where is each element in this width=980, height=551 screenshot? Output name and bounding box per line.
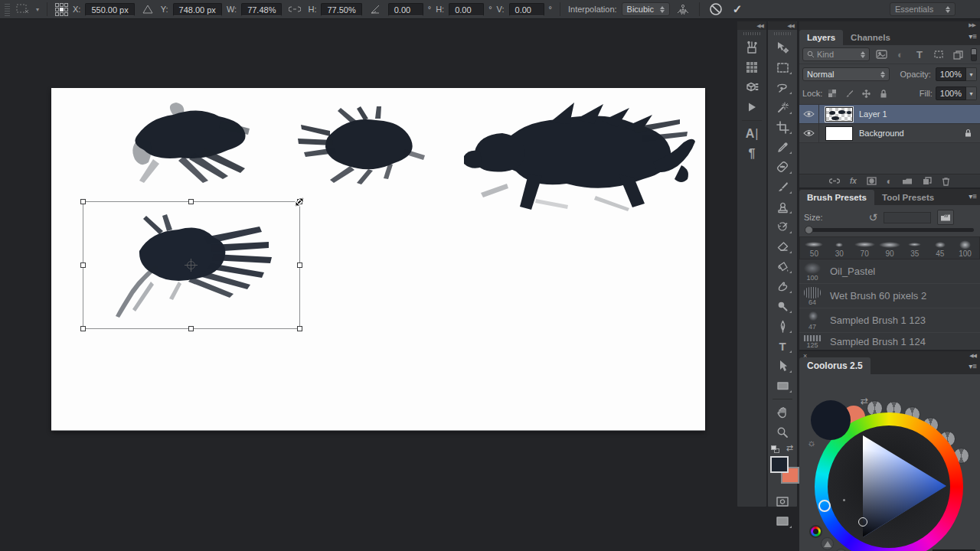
rotate-icon[interactable] [367,2,384,17]
move-tool[interactable] [773,39,792,56]
brush-presets-panel-icon[interactable] [742,39,762,56]
opacity-value[interactable]: 100% [936,67,966,81]
strip-collapse-icon[interactable]: ◀◀ [737,21,766,30]
layers-panel-menu-icon[interactable]: ▾≡ [969,32,977,41]
tab-brush-presets[interactable]: Brush Presets [799,190,874,205]
workspace-switcher[interactable]: Essentials [890,2,956,16]
free-transform-bounding-box[interactable] [83,201,300,329]
transform-handle-se[interactable] [297,326,302,331]
options-bar-grip[interactable] [5,3,10,16]
new-layer-icon[interactable] [923,177,932,185]
brush-preset-50[interactable]: 50 [802,240,827,258]
toolbar-collapse-icon[interactable]: ◀◀ [768,21,797,30]
fill-dropdown-icon[interactable]: ▾ [966,86,977,100]
hue-ring-selector[interactable] [818,500,831,512]
brush-preset-90[interactable]: 90 [877,240,903,258]
screen-mode-icon[interactable] [773,513,792,530]
layer1-name[interactable]: Layer 1 [859,109,887,119]
foreground-color-swatch[interactable] [770,456,789,473]
hand-tool[interactable] [773,404,792,421]
brush-row-oil-pastel[interactable]: 100 Oil_Pastel [799,259,980,284]
filter-pixel-layers-icon[interactable] [874,47,889,61]
background-name[interactable]: Background [859,129,904,138]
commit-transform-icon[interactable]: ✓ [729,2,746,17]
filter-shape-layers-icon[interactable] [931,47,946,61]
paragraph-panel-icon[interactable]: ¶ [742,145,762,162]
eraser-tool[interactable] [773,238,792,255]
smudge-tool[interactable] [773,278,792,295]
3d-panel-icon[interactable] [742,79,762,96]
new-adjustment-layer-icon[interactable]: ◐ [887,176,892,187]
size-slider[interactable] [805,228,974,232]
layer1-visibility-toggle[interactable] [799,105,819,123]
tool-preset-caret[interactable]: ▾ [36,6,39,13]
document-canvas[interactable] [51,88,705,430]
strip-grip[interactable] [743,32,760,35]
x-position-field[interactable]: 550.00 px [85,3,134,16]
transform-reference-point[interactable] [187,261,195,269]
history-brush-tool[interactable] [773,218,792,235]
zoom-tool[interactable] [773,424,792,441]
delta-icon[interactable] [139,2,156,17]
filter-type-layers-icon[interactable]: T [912,47,927,61]
rotate-field[interactable]: 0.00 [388,3,423,16]
toolbar-grip[interactable] [774,32,791,35]
undo-size-icon[interactable]: ↺ [868,211,877,223]
warp-mode-icon[interactable] [675,2,691,17]
filter-smart-objects-icon[interactable] [950,47,965,61]
add-mask-icon[interactable] [867,177,877,185]
layer-style-icon[interactable]: fx [850,177,857,185]
clone-stamp-tool[interactable] [773,198,792,215]
transform-handle-nw[interactable] [80,199,86,204]
brush-row-sampled-1[interactable]: 47 Sampled Brush 1 123 [799,308,980,333]
transform-handle-n[interactable] [188,199,194,204]
brush-tool[interactable] [773,178,792,195]
brush-panel-menu-icon[interactable]: ▾≡ [969,192,977,201]
reference-point-locator[interactable] [55,3,68,16]
layer1-thumbnail[interactable] [825,107,853,122]
hskew-field[interactable]: 0.00 [449,3,484,16]
lock-all-icon[interactable] [877,86,890,100]
delete-layer-icon[interactable] [942,177,950,186]
healing-brush-tool[interactable] [773,158,792,175]
size-input[interactable] [884,212,931,223]
coolorus-foreground-color[interactable] [811,400,851,440]
tab-layers[interactable]: Layers [799,30,843,45]
type-tool[interactable]: T [773,337,792,354]
brush-preset-100[interactable]: 100 [952,240,978,258]
brush-row-wet-brush[interactable]: 64 Wet Brush 60 pixels 2 [799,284,980,308]
transform-handle-s[interactable] [188,326,194,331]
filter-toggle[interactable] [971,48,977,61]
tab-channels[interactable]: Channels [843,30,898,45]
lock-position-icon[interactable] [860,86,874,100]
marquee-tool[interactable] [773,59,792,76]
link-dimensions-icon[interactable] [286,2,303,17]
transform-handle-e[interactable] [297,262,302,268]
opacity-dropdown-icon[interactable]: ▾ [966,67,977,81]
y-position-field[interactable]: 748.00 px [173,3,222,16]
layer-row-background[interactable]: Background [799,124,980,143]
magic-wand-tool[interactable] [773,99,792,116]
sv-triangle-selector[interactable] [858,517,867,527]
size-slider-thumb[interactable] [805,226,813,234]
coolorus-panel-menu-icon[interactable]: ▾≡ [969,362,977,370]
swatches-panel-icon[interactable] [742,59,762,76]
quick-mask-icon[interactable] [773,493,792,510]
layer-filter-select[interactable]: Kind [802,47,870,61]
coolorus-collapse-icon[interactable]: ◀◀ [969,353,976,359]
coolorus-triangle-mode-button[interactable] [821,537,834,550]
transform-handle-sw[interactable] [80,326,86,331]
vskew-field[interactable]: 0.00 [509,3,544,16]
lock-pixels-icon[interactable] [842,86,856,100]
brush-preset-35[interactable]: 35 [902,240,927,258]
swap-colors-icon[interactable]: ⇄ [786,443,793,453]
width-field[interactable]: 77.48% [241,3,282,16]
default-colors-icon[interactable] [771,445,779,453]
actions-panel-icon[interactable] [742,99,762,116]
filter-adjustment-layers-icon[interactable]: ◐ [893,47,908,61]
brush-preset-45[interactable]: 45 [927,240,952,258]
crop-tool[interactable] [773,119,792,135]
gradient-tool[interactable] [773,258,792,275]
background-visibility-toggle[interactable] [799,124,819,142]
open-preset-manager-button[interactable] [937,210,954,225]
